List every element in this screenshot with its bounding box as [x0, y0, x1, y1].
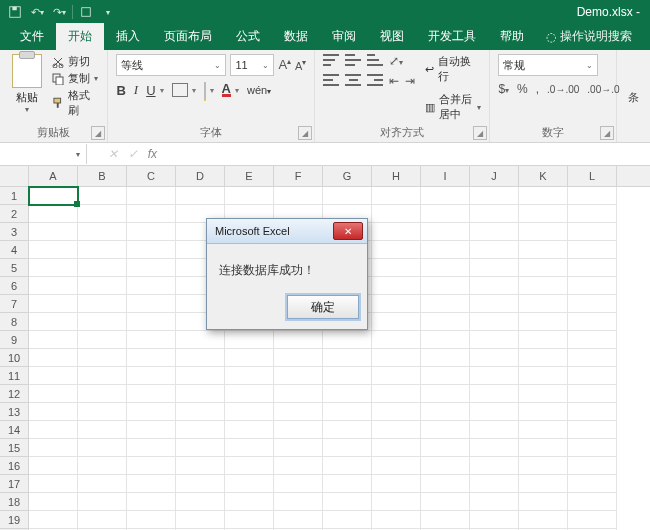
tab-review[interactable]: 审阅 — [320, 23, 368, 50]
cell[interactable] — [78, 313, 127, 331]
cell[interactable] — [225, 349, 274, 367]
cell[interactable] — [78, 421, 127, 439]
cell[interactable] — [470, 295, 519, 313]
cell[interactable] — [127, 313, 176, 331]
cell[interactable] — [519, 331, 568, 349]
font-name-combo[interactable]: 等线⌄ — [116, 54, 226, 76]
cell[interactable] — [421, 367, 470, 385]
cell[interactable] — [470, 439, 519, 457]
cell[interactable] — [176, 439, 225, 457]
cell[interactable] — [470, 223, 519, 241]
row-header[interactable]: 9 — [0, 331, 29, 349]
cell[interactable] — [274, 349, 323, 367]
cell[interactable] — [519, 241, 568, 259]
cell[interactable] — [78, 493, 127, 511]
cell[interactable] — [372, 403, 421, 421]
row-header[interactable]: 7 — [0, 295, 29, 313]
cell[interactable] — [421, 511, 470, 529]
tab-data[interactable]: 数据 — [272, 23, 320, 50]
cell[interactable] — [78, 331, 127, 349]
cell[interactable] — [568, 493, 617, 511]
cell[interactable] — [323, 475, 372, 493]
align-top-icon[interactable] — [323, 54, 339, 66]
cell[interactable] — [421, 241, 470, 259]
row-header[interactable]: 13 — [0, 403, 29, 421]
cell[interactable] — [29, 349, 78, 367]
column-header[interactable]: C — [127, 166, 176, 186]
cell[interactable] — [127, 331, 176, 349]
clipboard-dialog-launcher[interactable]: ◢ — [91, 126, 105, 140]
tell-me-search[interactable]: ◌ 操作说明搜索 — [536, 23, 642, 50]
cell[interactable] — [78, 187, 127, 205]
cell[interactable] — [127, 259, 176, 277]
cell[interactable] — [225, 421, 274, 439]
cell[interactable] — [78, 295, 127, 313]
cell[interactable] — [127, 475, 176, 493]
cell[interactable] — [519, 421, 568, 439]
cell[interactable] — [78, 349, 127, 367]
increase-indent-icon[interactable]: ⇥ — [405, 74, 415, 88]
cell[interactable] — [372, 277, 421, 295]
cell[interactable] — [568, 313, 617, 331]
tab-page-layout[interactable]: 页面布局 — [152, 23, 224, 50]
cell[interactable] — [127, 241, 176, 259]
cell[interactable] — [127, 205, 176, 223]
cell[interactable] — [274, 367, 323, 385]
cell[interactable] — [78, 259, 127, 277]
cell[interactable] — [421, 421, 470, 439]
grow-font-icon[interactable]: A▴ — [278, 57, 291, 72]
decrease-indent-icon[interactable]: ⇤ — [389, 74, 399, 88]
cell[interactable] — [225, 475, 274, 493]
cell[interactable] — [127, 511, 176, 529]
cell[interactable] — [225, 511, 274, 529]
font-dialog-launcher[interactable]: ◢ — [298, 126, 312, 140]
cell[interactable] — [127, 403, 176, 421]
cell[interactable] — [29, 385, 78, 403]
cell[interactable] — [29, 223, 78, 241]
cell[interactable] — [323, 511, 372, 529]
align-middle-icon[interactable] — [345, 54, 361, 66]
cell[interactable] — [421, 205, 470, 223]
column-header[interactable]: B — [78, 166, 127, 186]
align-center-icon[interactable] — [345, 74, 361, 86]
tab-formulas[interactable]: 公式 — [224, 23, 272, 50]
save-icon[interactable] — [4, 1, 26, 23]
percent-format-icon[interactable]: % — [517, 82, 528, 96]
cell[interactable] — [127, 493, 176, 511]
cell[interactable] — [421, 277, 470, 295]
cell[interactable] — [568, 187, 617, 205]
row-header[interactable]: 18 — [0, 493, 29, 511]
cell[interactable] — [421, 349, 470, 367]
cell[interactable] — [519, 277, 568, 295]
cell[interactable] — [372, 439, 421, 457]
cell[interactable] — [568, 385, 617, 403]
cell[interactable] — [78, 457, 127, 475]
row-header[interactable]: 6 — [0, 277, 29, 295]
cell[interactable] — [176, 403, 225, 421]
name-box[interactable]: ▾ — [0, 144, 87, 164]
cell[interactable] — [78, 367, 127, 385]
cell[interactable] — [176, 511, 225, 529]
cell[interactable] — [372, 241, 421, 259]
cell[interactable] — [372, 475, 421, 493]
cell[interactable] — [323, 331, 372, 349]
cell[interactable] — [568, 511, 617, 529]
cell[interactable] — [470, 187, 519, 205]
font-color-button[interactable]: A — [222, 83, 231, 97]
cell[interactable] — [421, 439, 470, 457]
cell[interactable] — [519, 439, 568, 457]
cell[interactable] — [176, 367, 225, 385]
cell[interactable] — [274, 403, 323, 421]
cell[interactable] — [127, 277, 176, 295]
cell[interactable] — [274, 439, 323, 457]
row-header[interactable]: 10 — [0, 349, 29, 367]
undo-icon[interactable]: ↶▾ — [26, 1, 48, 23]
cell[interactable] — [78, 511, 127, 529]
cell[interactable] — [127, 421, 176, 439]
cell[interactable] — [323, 349, 372, 367]
cell[interactable] — [519, 187, 568, 205]
row-header[interactable]: 8 — [0, 313, 29, 331]
row-header[interactable]: 4 — [0, 241, 29, 259]
cell[interactable] — [372, 421, 421, 439]
enter-icon[interactable]: ✓ — [128, 147, 138, 161]
